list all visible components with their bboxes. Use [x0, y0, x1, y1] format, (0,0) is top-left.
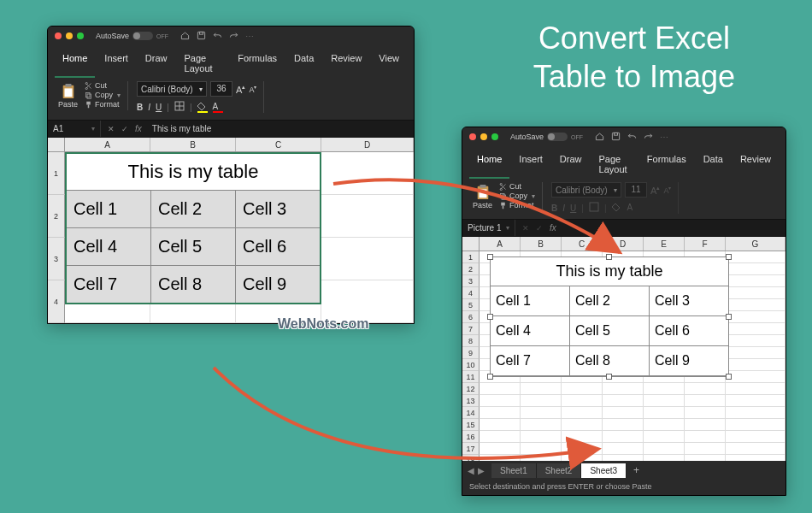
- format-painter-button[interactable]: Format: [499, 201, 535, 209]
- table-title-cell[interactable]: This is my table: [67, 154, 320, 191]
- col-header[interactable]: F: [685, 237, 726, 251]
- col-header[interactable]: E: [644, 237, 685, 251]
- resize-handle[interactable]: [487, 254, 493, 260]
- cut-button[interactable]: Cut: [85, 81, 121, 90]
- tab-review[interactable]: Review: [733, 150, 779, 179]
- row-header[interactable]: 11: [462, 371, 480, 383]
- resize-handle[interactable]: [487, 374, 493, 380]
- italic-button[interactable]: I: [148, 103, 150, 112]
- close-icon[interactable]: [55, 32, 62, 39]
- cancel-formula-icon[interactable]: ✕: [108, 125, 115, 133]
- col-header[interactable]: C: [562, 237, 603, 251]
- home-icon[interactable]: [180, 31, 190, 42]
- minimize-icon[interactable]: [66, 32, 73, 39]
- tab-home[interactable]: Home: [55, 49, 95, 78]
- row-header[interactable]: 7: [462, 323, 480, 335]
- tab-draw[interactable]: Draw: [138, 49, 175, 78]
- tab-insert[interactable]: Insert: [511, 150, 550, 179]
- add-sheet-button[interactable]: +: [627, 464, 646, 476]
- table-cell[interactable]: Cell 6: [236, 228, 320, 266]
- table-cell[interactable]: Cell 8: [151, 266, 236, 303]
- autosave-toggle[interactable]: AutoSave OFF: [96, 32, 168, 40]
- spreadsheet-grid[interactable]: A B C D 1 2 3 4 This is my table Cell 1: [48, 138, 414, 323]
- pasted-image[interactable]: This is my table Cell 1 Cell 2 Cell 3 Ce…: [490, 256, 729, 377]
- autosave-toggle[interactable]: AutoSave OFF: [510, 133, 583, 141]
- prev-sheet-icon[interactable]: ◀: [468, 466, 474, 475]
- col-header[interactable]: D: [603, 237, 644, 251]
- tab-insert[interactable]: Insert: [97, 49, 136, 78]
- underline-button[interactable]: U: [156, 103, 162, 112]
- row-header[interactable]: 8: [462, 335, 480, 347]
- col-header[interactable]: B: [521, 237, 562, 251]
- selected-table[interactable]: This is my table Cell 1 Cell 2 Cell 3 Ce…: [65, 152, 321, 304]
- row-header[interactable]: 3: [48, 238, 65, 280]
- row-header[interactable]: 4: [462, 287, 480, 299]
- row-header[interactable]: 1: [48, 152, 65, 195]
- table-cell[interactable]: Cell 5: [151, 228, 236, 266]
- font-size-select[interactable]: 36: [210, 81, 232, 97]
- spreadsheet-grid[interactable]: A B C D E F G 12345678910111213141516171…: [462, 237, 786, 461]
- table-cell[interactable]: Cell 2: [151, 191, 236, 228]
- format-painter-button[interactable]: Format: [85, 100, 121, 109]
- select-all-corner[interactable]: [462, 237, 480, 251]
- copy-button[interactable]: Copy▾: [85, 91, 121, 99]
- paste-button[interactable]: Paste: [469, 182, 496, 211]
- decrease-font-button[interactable]: A▾: [249, 84, 256, 94]
- sheet-tab[interactable]: Sheet3: [581, 463, 627, 478]
- name-box[interactable]: A1▾: [48, 121, 101, 137]
- row-header[interactable]: 15: [462, 419, 480, 431]
- tab-draw[interactable]: Draw: [552, 150, 590, 179]
- minimize-icon[interactable]: [480, 133, 487, 140]
- tab-data[interactable]: Data: [696, 150, 731, 179]
- table-cell[interactable]: Cell 3: [236, 191, 320, 228]
- tab-view[interactable]: View: [371, 49, 407, 78]
- resize-handle[interactable]: [726, 374, 732, 380]
- tab-page-layout[interactable]: Page Layout: [591, 150, 638, 179]
- fill-color-button[interactable]: [197, 102, 208, 112]
- row-header[interactable]: 12: [462, 383, 480, 395]
- row-header[interactable]: 14: [462, 407, 480, 419]
- tab-formulas[interactable]: Formulas: [230, 49, 285, 78]
- table-cell[interactable]: Cell 1: [67, 191, 151, 228]
- tab-formulas[interactable]: Formulas: [639, 150, 694, 179]
- row-header[interactable]: 9: [462, 347, 480, 359]
- tab-data[interactable]: Data: [286, 49, 321, 78]
- enter-formula-icon[interactable]: ✓: [121, 125, 128, 133]
- tab-review[interactable]: Review: [323, 49, 369, 78]
- save-icon[interactable]: [197, 31, 206, 42]
- row-header[interactable]: 4: [48, 280, 65, 323]
- select-all-corner[interactable]: [48, 138, 65, 151]
- resize-handle[interactable]: [487, 314, 493, 320]
- row-header[interactable]: 16: [462, 431, 480, 443]
- col-header[interactable]: D: [321, 138, 414, 151]
- row-header[interactable]: 5: [462, 299, 480, 311]
- row-header[interactable]: 18: [462, 455, 480, 461]
- col-header[interactable]: B: [150, 138, 236, 151]
- redo-icon[interactable]: [644, 132, 653, 143]
- table-cell[interactable]: Cell 9: [236, 266, 320, 303]
- maximize-icon[interactable]: [491, 133, 498, 140]
- row-header[interactable]: 1: [462, 251, 480, 263]
- row-header[interactable]: 13: [462, 395, 480, 407]
- paste-button[interactable]: Paste: [55, 81, 81, 110]
- table-cell[interactable]: Cell 4: [67, 228, 151, 266]
- bold-button[interactable]: B: [137, 103, 143, 112]
- copy-button[interactable]: Copy▾: [499, 192, 535, 200]
- resize-handle[interactable]: [726, 314, 732, 320]
- resize-handle[interactable]: [726, 254, 732, 260]
- fx-icon[interactable]: fx: [135, 124, 142, 133]
- maximize-icon[interactable]: [77, 32, 84, 39]
- redo-icon[interactable]: [229, 31, 238, 42]
- col-header[interactable]: A: [65, 138, 150, 151]
- col-header[interactable]: C: [236, 138, 321, 151]
- row-header[interactable]: 6: [462, 311, 480, 323]
- row-header[interactable]: 3: [462, 275, 480, 287]
- font-family-select[interactable]: Calibri (Body)▾: [137, 81, 207, 97]
- resize-handle[interactable]: [606, 254, 612, 260]
- border-button[interactable]: [174, 101, 185, 113]
- undo-icon[interactable]: [627, 132, 637, 143]
- row-header[interactable]: 17: [462, 443, 480, 455]
- increase-font-button[interactable]: A▴: [236, 84, 245, 95]
- row-header[interactable]: 10: [462, 359, 480, 371]
- tab-home[interactable]: Home: [469, 150, 509, 179]
